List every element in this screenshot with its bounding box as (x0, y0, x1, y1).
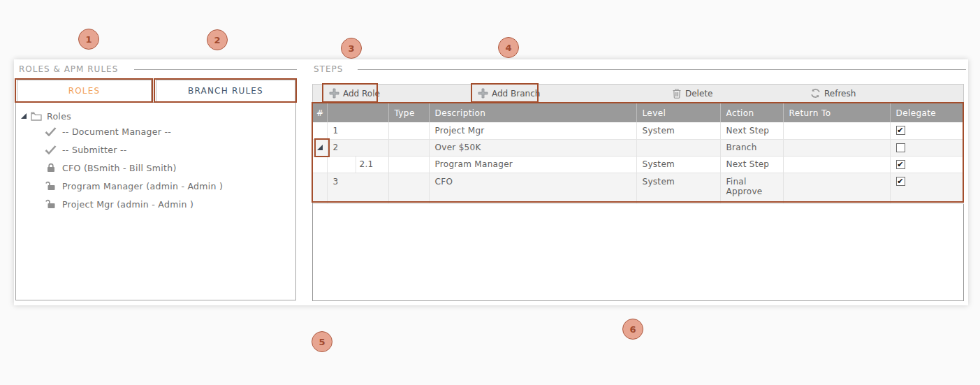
col-header-return-to[interactable]: Return To (783, 103, 890, 122)
row-expander-cell (313, 139, 327, 156)
delete-label: Delete (685, 89, 712, 99)
row-expander-icon[interactable] (317, 145, 323, 150)
annotation-badge-1: 1 (78, 29, 99, 50)
cell-num: 2.1 (327, 156, 388, 173)
lock-closed-icon (45, 163, 57, 173)
add-role-label: Add Role (343, 89, 380, 99)
col-header-delegate[interactable]: Delegate (890, 103, 963, 122)
col-header-level[interactable]: Level (636, 103, 720, 122)
lock-open-icon (45, 199, 57, 209)
cell-num: 3 (327, 173, 388, 203)
check-icon (45, 127, 57, 136)
cell-num: 1 (327, 122, 388, 139)
tree-item-label: Program Manager (admin - Admin ) (62, 181, 223, 191)
col-header-action[interactable]: Action (720, 103, 783, 122)
cell-return-to (783, 139, 890, 156)
steps-table: # Type Description Level Action Return T… (313, 103, 964, 204)
cell-action: Next Step (720, 156, 783, 173)
tree-item-cfo[interactable]: CFO (BSmith - Bill Smith) (16, 160, 295, 175)
add-role-button[interactable]: Add Role (329, 85, 380, 102)
steps-panel: Add Role Add Branch Delete (312, 84, 964, 301)
annotation-badge-5: 5 (312, 331, 332, 352)
cell-delegate: ✔ (890, 156, 963, 173)
tree-item-project-mgr[interactable]: Project Mgr (admin - Admin ) (16, 196, 295, 212)
steps-title-rule (358, 69, 966, 70)
tree-item-label: -- Document Manager -- (62, 126, 171, 137)
table-row-2[interactable]: 2 Over $50K Branch ✔ (313, 139, 963, 156)
tree-item-document-manager[interactable]: -- Document Manager -- (16, 124, 295, 139)
checkmark-icon: ✔ (897, 177, 904, 185)
tree-item-submitter[interactable]: -- Submitter -- (16, 142, 295, 157)
col-header-type[interactable]: Type (388, 103, 429, 122)
cell-num: 2 (327, 139, 388, 156)
cell-delegate: ✔ (890, 139, 963, 156)
cell-level: System (636, 173, 720, 203)
cell-type (388, 156, 429, 173)
plus-icon (329, 88, 339, 99)
delete-button[interactable]: Delete (672, 85, 712, 102)
cell-level: System (636, 122, 720, 139)
refresh-button[interactable]: Refresh (810, 85, 856, 102)
checkmark-icon: ✔ (897, 161, 904, 168)
check-icon (45, 145, 57, 154)
tab-roles[interactable]: ROLES (17, 80, 152, 102)
cell-return-to (783, 173, 890, 203)
steps-grid: # Type Description Level Action Return T… (312, 103, 964, 301)
annotation-badge-3: 3 (341, 38, 362, 59)
table-header-row: # Type Description Level Action Return T… (313, 103, 963, 122)
roles-title-rule (134, 69, 297, 70)
indent-guide (356, 157, 356, 173)
refresh-label: Refresh (824, 89, 856, 99)
cell-description: Program Manager (429, 156, 636, 173)
cell-type (388, 139, 429, 156)
tab-branch-rules-label: BRANCH RULES (188, 86, 263, 96)
cell-type (388, 173, 429, 203)
add-branch-label: Add Branch (492, 89, 540, 99)
table-row-1[interactable]: 1 Project Mgr System Next Step ✔ (313, 122, 963, 139)
annotation-badge-6: 6 (622, 319, 643, 340)
annotation-badge-2: 2 (207, 29, 228, 50)
cell-description: Over $50K (429, 139, 636, 156)
cell-return-to (783, 122, 890, 139)
tree-expander-icon[interactable] (21, 113, 27, 119)
tab-roles-label: ROLES (68, 86, 101, 96)
cell-level (636, 139, 720, 156)
col-header-number-span[interactable] (327, 103, 388, 122)
delegate-checkbox[interactable]: ✔ (896, 143, 905, 152)
folder-icon (31, 112, 42, 121)
delegate-checkbox[interactable]: ✔ (896, 126, 905, 135)
row-expander-cell (313, 173, 327, 203)
table-row-2-1[interactable]: 2.1 Program Manager System Next Step ✔ (313, 156, 963, 173)
cell-description: Project Mgr (429, 122, 636, 139)
cell-level: System (636, 156, 720, 173)
cell-delegate: ✔ (890, 122, 963, 139)
annotation-badge-4: 4 (498, 37, 519, 58)
cell-type (388, 122, 429, 139)
cell-delegate: ✔ (890, 173, 963, 203)
cell-action: Final Approve (720, 173, 783, 203)
col-header-number[interactable]: # (313, 103, 327, 122)
roles-section-title: ROLES & APM RULES (19, 64, 118, 74)
lock-open-icon (45, 181, 57, 191)
tree-item-label: -- Submitter -- (62, 145, 127, 155)
delegate-checkbox[interactable]: ✔ (896, 177, 905, 186)
refresh-icon (810, 88, 821, 99)
add-branch-button[interactable]: Add Branch (478, 85, 540, 102)
cell-action: Next Step (720, 122, 783, 139)
steps-toolbar: Add Role Add Branch Delete (312, 84, 964, 103)
checkmark-icon: ✔ (897, 126, 904, 134)
cell-action: Branch (720, 139, 783, 156)
cell-description: CFO (429, 173, 636, 203)
roles-tree-panel: Roles -- Document Manager -- -- Submitte… (15, 102, 296, 300)
trash-icon (672, 88, 682, 99)
col-header-description[interactable]: Description (429, 103, 636, 122)
tree-item-label: CFO (BSmith - Bill Smith) (62, 163, 177, 173)
row-expander-cell (313, 156, 327, 173)
row-expander-cell (313, 122, 327, 139)
tree-root-roles[interactable]: Roles (16, 108, 295, 124)
tree-item-program-manager[interactable]: Program Manager (admin - Admin ) (16, 178, 295, 194)
table-row-3[interactable]: 3 CFO System Final Approve ✔ (313, 173, 963, 203)
tab-branch-rules[interactable]: BRANCH RULES (156, 80, 295, 102)
delegate-checkbox[interactable]: ✔ (896, 160, 905, 169)
steps-section-title: STEPS (314, 64, 343, 74)
